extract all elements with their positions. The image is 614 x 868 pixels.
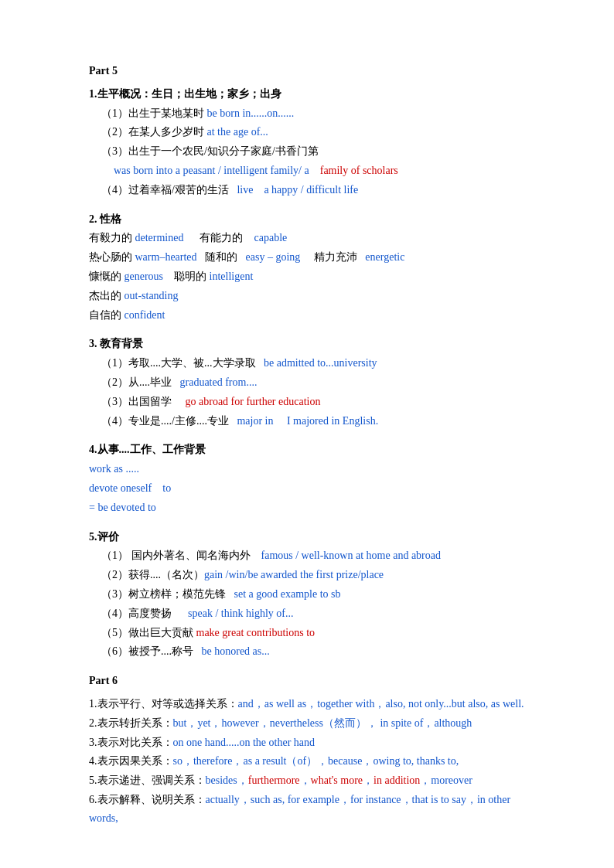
part6-title: Part 6 [89, 672, 525, 690]
section4-item3: = be devoted to [89, 499, 525, 517]
section4-title: 4.从事....工作、工作背景 [89, 441, 525, 459]
section2-row1: 有毅力的 determined 有能力的 capable [89, 229, 525, 247]
part6-item4: 4.表示因果关系：so，therefore，as a result（of），be… [89, 752, 525, 771]
section1-item3: （3）出生于一个农民/知识分子家庭/书香门第 [89, 142, 525, 161]
part5-title: Part 5 [89, 62, 525, 80]
part6-item6: 6.表示解释、说明关系：actually，such as, for exampl… [89, 791, 525, 828]
part6-item1: 1.表示平行、对等或选择关系：and，as well as，together w… [89, 695, 525, 713]
section3-item4: （4）专业是..../主修....专业 major in I majored i… [89, 412, 525, 431]
section5-item1: （1） 国内外著名、闻名海内外 famous / well-known at h… [89, 546, 525, 565]
part6-item3: 3.表示对比关系：on one hand.....on the other ha… [89, 734, 525, 752]
section1-item1: （1）出生于某地某时 be born in......on...... [89, 104, 525, 123]
section4-item1: work as ..... [89, 460, 525, 478]
section5-item6: （6）被授予....称号 be honored as... [89, 642, 525, 661]
section5-title: 5.评价 [89, 528, 525, 546]
part6-item2: 2.表示转折关系：but，yet，however，nevertheless（然而… [89, 714, 525, 733]
section2: 2. 性格 有毅力的 determined 有能力的 capable 热心肠的 … [89, 210, 525, 325]
section4-item2: devote oneself to [89, 479, 525, 498]
section3-item2: （2）从....毕业 graduated from.... [89, 373, 525, 392]
part6-section: Part 6 1.表示平行、对等或选择关系：and，as well as，tog… [89, 672, 525, 827]
page-content: Part 5 1.生平概况：生日；出生地；家乡；出身 （1）出生于某地某时 be… [89, 62, 525, 827]
section2-title: 2. 性格 [89, 210, 525, 229]
section3: 3. 教育背景 （1）考取....大学、被...大学录取 be admitted… [89, 335, 525, 430]
section2-row5: 自信的 confident [89, 306, 525, 325]
section1-item4: （4）过着幸福/艰苦的生活 live a happy / difficult l… [89, 181, 525, 199]
section5-item3: （3）树立榜样；模范先锋 set a good example to sb [89, 585, 525, 604]
section3-item1: （1）考取....大学、被...大学录取 be admitted to...un… [89, 354, 525, 373]
section3-title: 3. 教育背景 [89, 335, 525, 353]
section1-item3-en: was born into a peasant / intelligent fa… [89, 162, 525, 180]
section1-cn: 1.生平概况：生日；出生地；家乡；出身 [89, 88, 281, 100]
section2-row4: 杰出的 out-standing [89, 287, 525, 305]
section5: 5.评价 （1） 国内外著名、闻名海内外 famous / well-known… [89, 528, 525, 662]
section3-item3: （3）出国留学 go abroad for further education [89, 393, 525, 411]
part6-item5: 5.表示递进、强调关系：besides，furthermore，what's m… [89, 771, 525, 790]
section4: 4.从事....工作、工作背景 work as ..... devote one… [89, 441, 525, 516]
section1-item2: （2）在某人多少岁时 at the age of... [89, 123, 525, 141]
section5-item4: （4）高度赞扬 speak / think highly of... [89, 604, 525, 623]
section5-item2: （2）获得....（名次）gain /win/be awarded the fi… [89, 566, 525, 584]
section1: 1.生平概况：生日；出生地；家乡；出身 （1）出生于某地某时 be born i… [89, 85, 525, 199]
part5-section: Part 5 1.生平概况：生日；出生地；家乡；出身 （1）出生于某地某时 be… [89, 62, 525, 661]
section2-row3: 慷慨的 generous 聪明的 intelligent [89, 267, 525, 286]
section2-row2: 热心肠的 warm–hearted 随和的 easy – going 精力充沛 … [89, 248, 525, 267]
section5-item5: （5）做出巨大贡献 make great contributions to [89, 624, 525, 642]
section1-title: 1.生平概况：生日；出生地；家乡；出身 [89, 85, 525, 104]
